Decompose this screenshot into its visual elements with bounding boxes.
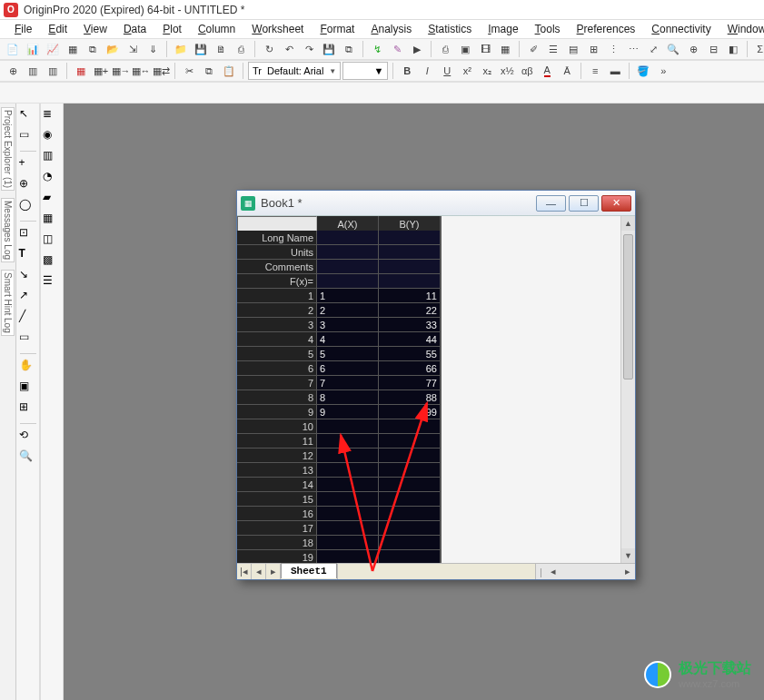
row-number-11[interactable]: 11 [237, 434, 317, 449]
italic-button[interactable]: I [418, 62, 436, 80]
swap-col-button[interactable]: ▦⇄ [152, 62, 170, 80]
menu-file[interactable]: File [7, 21, 39, 37]
scroll-left-arrow[interactable]: ◂ [546, 566, 561, 577]
batch-button[interactable]: ⎙ [232, 40, 250, 58]
meta-cell-a-0[interactable] [317, 231, 379, 245]
3d-plot-icon[interactable]: ◫ [43, 232, 61, 251]
menu-data[interactable]: Data [116, 21, 154, 37]
print-button[interactable]: ⎙ [436, 40, 454, 58]
menu-connectivity[interactable]: Connectivity [644, 21, 718, 37]
axis-icon[interactable]: ✐ [524, 40, 542, 58]
line-weight-button[interactable]: ▬ [606, 62, 624, 80]
cell-b-12[interactable] [379, 449, 441, 463]
horizontal-scrollbar[interactable]: | ◂ ▸ [535, 564, 635, 579]
select-col-button[interactable]: ▥ [24, 62, 42, 80]
meta-cell-a-2[interactable] [317, 260, 379, 274]
undo-button[interactable]: ↶ [280, 40, 298, 58]
recalc-button[interactable]: ↻ [260, 40, 278, 58]
scale-in-button[interactable]: ⊕ [684, 40, 702, 58]
row-number-13[interactable]: 13 [237, 463, 317, 478]
row-number-6[interactable]: 6 [237, 361, 317, 376]
cell-b-14[interactable] [379, 478, 441, 492]
cell-b-6[interactable]: 66 [379, 361, 441, 376]
cell-a-15[interactable] [317, 492, 379, 507]
arrow-tool[interactable]: ↘ [19, 268, 37, 286]
sheet-nav-first[interactable]: |◂ [237, 564, 252, 579]
scroll-thumb[interactable] [623, 234, 633, 380]
cell-a-16[interactable] [317, 507, 379, 521]
save-window-button[interactable]: 💾 [320, 40, 338, 58]
add-row-button[interactable]: ▦ [72, 62, 90, 80]
meta-cell-a-3[interactable] [317, 274, 379, 289]
open-excel-button[interactable]: ⧉ [84, 40, 102, 58]
panner-tool[interactable]: ▭ [19, 128, 37, 146]
merge-button[interactable]: ⋮ [604, 40, 622, 58]
line-plot-icon[interactable]: ≣ [43, 107, 61, 125]
workbook-titlebar[interactable]: ▦ Book1 * — ☐ ✕ [237, 191, 635, 216]
cell-b-11[interactable] [379, 434, 441, 449]
move-col-button[interactable]: ▦↔ [132, 62, 150, 80]
pan-tool[interactable]: ✋ [19, 359, 37, 377]
cell-a-9[interactable]: 9 [317, 405, 379, 419]
region-tool[interactable]: ◯ [19, 198, 37, 216]
menu-image[interactable]: Image [481, 21, 525, 37]
row-number-18[interactable]: 18 [237, 536, 317, 550]
video-button[interactable]: 🎞 [476, 40, 494, 58]
cell-a-12[interactable] [317, 449, 379, 463]
pie-plot-icon[interactable]: ◔ [43, 170, 61, 188]
roi-tool[interactable]: ▣ [19, 380, 37, 398]
cell-b-1[interactable]: 11 [379, 289, 441, 303]
add-layer-button[interactable]: ⊞ [584, 40, 602, 58]
menu-tools[interactable]: Tools [528, 21, 568, 37]
menu-statistics[interactable]: Statistics [421, 21, 479, 37]
insert-obj-tool[interactable]: ⊞ [19, 400, 37, 419]
font-selector[interactable]: Tr Default: Arial ▼ [248, 62, 341, 80]
cell-b-5[interactable]: 55 [379, 347, 441, 361]
screen-reader-tool[interactable]: ⊕ [19, 177, 37, 195]
scroll-right-arrow[interactable]: ▸ [620, 566, 635, 577]
row-number-8[interactable]: 8 [237, 390, 317, 405]
save-project-button[interactable]: 💾 [192, 40, 210, 58]
close-button[interactable]: ✕ [601, 195, 631, 212]
cell-b-10[interactable] [379, 419, 441, 434]
subscript-button[interactable]: x₂ [478, 62, 496, 80]
legend-button[interactable]: ☰ [544, 40, 562, 58]
meta-cell-b-0[interactable] [379, 231, 441, 245]
zoom-in-tool[interactable]: 🔍 [19, 449, 37, 468]
column-plot-icon[interactable]: ▥ [43, 149, 61, 167]
rect-tool[interactable]: ▭ [19, 330, 37, 349]
menu-edit[interactable]: Edit [41, 21, 74, 37]
line-tool[interactable]: ╱ [19, 310, 37, 328]
more-format-button[interactable]: » [654, 62, 672, 80]
minimize-button[interactable]: — [536, 195, 566, 212]
menu-preferences[interactable]: Preferences [570, 21, 643, 37]
cell-b-16[interactable] [379, 507, 441, 521]
draw-data-tool[interactable]: ⊡ [19, 226, 37, 244]
row-number-9[interactable]: 9 [237, 405, 317, 419]
row-number-16[interactable]: 16 [237, 507, 317, 521]
cell-b-2[interactable]: 22 [379, 303, 441, 318]
layer-button[interactable]: ▤ [564, 40, 582, 58]
menu-view[interactable]: View [76, 21, 114, 37]
cell-a-2[interactable]: 2 [317, 303, 379, 318]
new-graph-button[interactable]: 📈 [44, 40, 62, 58]
add-plot-button[interactable]: ⊕ [4, 62, 22, 80]
worksheet-grid[interactable]: A(X)B(Y)Long NameUnitsCommentsF(x)=11112… [237, 216, 442, 563]
row-number-1[interactable]: 1 [237, 289, 317, 303]
scroll-up-arrow[interactable]: ▲ [621, 216, 635, 231]
extract-button[interactable]: ⋯ [624, 40, 642, 58]
row-number-5[interactable]: 5 [237, 347, 317, 361]
cell-a-5[interactable]: 5 [317, 347, 379, 361]
new-matrix-button[interactable]: ▦ [64, 40, 82, 58]
digitizer-button[interactable]: ▦ [496, 40, 514, 58]
cell-b-8[interactable]: 88 [379, 390, 441, 405]
row-number-17[interactable]: 17 [237, 521, 317, 536]
sheet-nav-prev[interactable]: ◂ [252, 564, 266, 579]
greek-button[interactable]: αβ [518, 62, 536, 80]
panel-smart-hint-log[interactable]: Smart Hint Log [1, 270, 15, 336]
font-color-button[interactable]: A [538, 62, 556, 80]
cell-a-6[interactable]: 6 [317, 361, 379, 376]
line-style-button[interactable]: ≡ [586, 62, 604, 80]
save-template-button[interactable]: 🗎 [212, 40, 230, 58]
cell-a-11[interactable] [317, 434, 379, 449]
